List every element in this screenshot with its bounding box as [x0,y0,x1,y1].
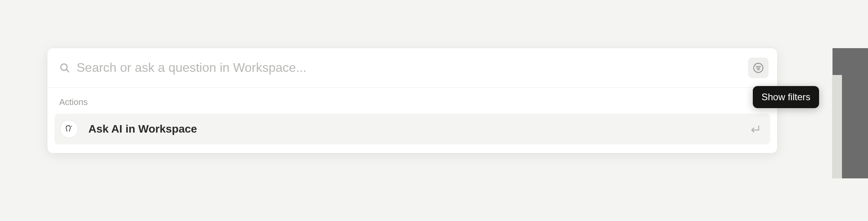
enter-key-icon [749,123,761,135]
action-item-ask-ai[interactable]: Ask AI in Workspace [54,114,770,144]
search-icon [57,62,73,74]
search-dialog: Actions Ask AI in Workspace [47,48,777,153]
svg-line-1 [66,69,69,72]
search-input[interactable] [73,60,748,75]
filter-lines-icon [753,62,764,73]
show-filters-tooltip: Show filters [753,86,819,108]
ai-icon [60,120,78,138]
search-bar [47,48,777,88]
show-filters-button[interactable] [748,58,769,78]
actions-section-header: Actions [47,88,777,114]
actions-section-label: Actions [59,97,88,107]
action-item-label: Ask AI in Workspace [78,123,749,135]
